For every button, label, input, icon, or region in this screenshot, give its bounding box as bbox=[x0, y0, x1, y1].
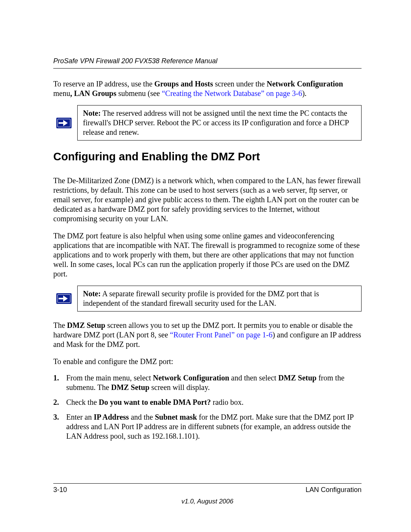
note-reserved-address: Note: The reserved address will not be a… bbox=[53, 105, 362, 141]
arrow-right-icon bbox=[56, 293, 72, 304]
arrow-right-icon bbox=[56, 118, 72, 128]
text-bold: DMZ Setup bbox=[67, 321, 105, 329]
doc-version: v1.0, August 2006 bbox=[53, 498, 362, 505]
link-router-front-panel[interactable]: “Router Front Panel” on page 1-6 bbox=[170, 331, 272, 339]
text: submenu (see bbox=[116, 89, 162, 97]
text-bold: Do you want to enable DMA Port? bbox=[99, 398, 211, 406]
text-bold: Network Configuration bbox=[153, 374, 229, 382]
chapter-label: LAN Configuration bbox=[306, 486, 362, 494]
text-bold: DMZ Setup bbox=[278, 374, 317, 382]
paragraph-dmz-setup: The DMZ Setup screen allows you to set u… bbox=[53, 321, 362, 349]
paragraph-reserve-ip: To reserve an IP address, use the Groups… bbox=[53, 79, 362, 98]
text-bold: IP Address bbox=[94, 413, 129, 421]
footer-row: 3-10 LAN Configuration bbox=[53, 483, 362, 494]
text: radio box. bbox=[211, 398, 244, 406]
text: screen will display. bbox=[150, 383, 210, 391]
note-box: Note: A separate firewall security profi… bbox=[77, 286, 362, 312]
paragraph-dmz-intro: The De-Militarized Zone (DMZ) is a netwo… bbox=[53, 176, 362, 224]
text: ). bbox=[302, 89, 307, 97]
text: and then select bbox=[229, 374, 278, 382]
text-bold: Subnet mask bbox=[155, 413, 197, 421]
text: and the bbox=[129, 413, 155, 421]
document-page: ProSafe VPN Firewall 200 FVX538 Referenc… bbox=[0, 0, 411, 532]
note-label: Note: bbox=[83, 289, 101, 298]
text: Enter an bbox=[66, 413, 94, 421]
note-icon-cell bbox=[53, 105, 77, 141]
step-3: Enter an IP Address and the Subnet mask … bbox=[53, 412, 362, 441]
paragraph-enable-intro: To enable and configure the DMZ port: bbox=[53, 357, 362, 366]
note-box: Note: The reserved address will not be a… bbox=[77, 105, 362, 141]
page-footer: 3-10 LAN Configuration v1.0, August 2006 bbox=[53, 483, 362, 505]
text: menu bbox=[53, 89, 70, 97]
paragraph-dmz-nat: The DMZ port feature is also helpful whe… bbox=[53, 231, 362, 279]
text: Check the bbox=[66, 398, 99, 406]
step-2: Check the Do you want to enable DMA Port… bbox=[53, 398, 362, 407]
section-title: Configuring and Enabling the DMZ Port bbox=[53, 150, 362, 163]
note-dmz-profile: Note: A separate firewall security profi… bbox=[53, 286, 362, 312]
step-1: From the main menu, select Network Confi… bbox=[53, 373, 362, 392]
text-bold: DMZ Setup bbox=[111, 383, 150, 391]
text-bold: , LAN Groups bbox=[70, 89, 116, 97]
text-bold: Groups and Hosts bbox=[155, 80, 213, 88]
link-creating-network-db[interactable]: “Creating the Network Database” on page … bbox=[162, 89, 302, 97]
text: screen under the bbox=[213, 80, 267, 88]
text-bold: Network Configuration bbox=[267, 80, 343, 88]
text: From the main menu, select bbox=[66, 374, 153, 382]
note-text: A separate firewall security profile is … bbox=[83, 289, 319, 307]
page-number: 3-10 bbox=[53, 486, 67, 494]
text: The bbox=[53, 321, 67, 329]
note-label: Note: bbox=[83, 109, 101, 117]
note-text: The reserved address will not be assigne… bbox=[83, 109, 349, 136]
steps-list: From the main menu, select Network Confi… bbox=[53, 373, 362, 441]
note-icon-cell bbox=[53, 286, 77, 312]
running-header: ProSafe VPN Firewall 200 FVX538 Referenc… bbox=[53, 57, 362, 69]
text: To reserve an IP address, use the bbox=[53, 80, 155, 88]
